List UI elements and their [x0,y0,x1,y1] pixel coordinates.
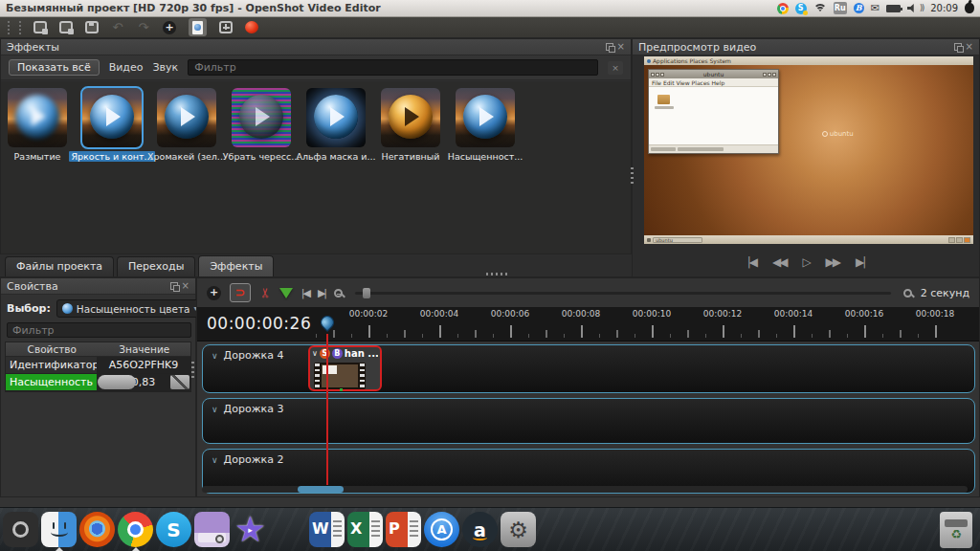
zoom-out-icon[interactable] [334,289,343,298]
excel-dock-icon[interactable]: X [347,512,383,547]
new-project-icon[interactable] [33,21,47,33]
value-slider[interactable] [98,375,136,389]
timeline-ruler[interactable]: 00:00:00:26 00:00:0200:00:0400:00:0600:0… [197,307,979,342]
photos-dock-icon[interactable] [194,512,230,547]
razor-tool-button[interactable]: ✂ [257,287,273,298]
settings-dock-icon[interactable]: ⚙ [501,512,536,547]
track-4[interactable]: ∨Дорожка 4∨SBhan ... [202,344,975,393]
float-panel-icon[interactable] [954,43,962,51]
timeline-zoom-slider[interactable] [355,292,891,295]
volume-icon[interactable] [907,4,918,12]
splitter-handle[interactable] [631,167,634,187]
effect-deinterlace[interactable]: Убрать чересс... [231,88,292,247]
fast-forward-button[interactable]: ▶▶ [826,254,839,270]
track-label: ∨Дорожка 4 [212,349,283,362]
firefox-dock-icon[interactable] [79,512,115,547]
table-row[interactable]: Идентификатор A56O2PFHK9 [6,357,190,374]
effect-blur[interactable]: Размытие [7,88,68,247]
ubuntu-dock-icon[interactable] [3,512,38,547]
apple-menu-icon[interactable] [965,3,974,13]
timeline-clip[interactable]: ∨SBhan ... [308,345,382,391]
properties-filter-input[interactable] [7,322,191,338]
tab-Файлы проекта[interactable]: Файлы проекта [5,256,114,276]
track-3[interactable]: ∨Дорожка 3 [202,398,975,444]
preview-desktop-taskbar: ubuntu [644,235,973,244]
effects-filter-input[interactable] [188,59,598,76]
amazon-dock-icon[interactable]: a [462,512,498,547]
skype-dock-icon[interactable]: S [156,512,191,547]
zoom-slider-handle[interactable] [363,288,370,298]
clear-filter-icon[interactable]: × [608,61,623,75]
app-store-dock-icon[interactable]: A [424,512,459,547]
previous-marker-button[interactable]: |◀ [301,287,309,299]
redo-icon[interactable]: ↷ [137,19,150,36]
powerpoint-dock-icon[interactable]: P [386,512,421,547]
open-project-icon[interactable] [59,21,73,33]
add-marker-button[interactable] [279,288,293,298]
effect-alpha[interactable]: Альфа маска и... [305,88,367,247]
word-dock-icon[interactable]: W [309,512,345,547]
snapping-toggle-button[interactable]: ⊃ [230,283,251,302]
jump-to-end-button[interactable]: ▶| [856,254,864,270]
export-video-icon[interactable] [189,18,207,36]
rewind-button[interactable]: ◀◀ [772,254,786,270]
jump-to-start-button[interactable]: |◀ [747,254,756,270]
keyboard-layout-indicator[interactable]: Ru [834,2,847,14]
chevron-down-icon[interactable]: ∨ [312,349,318,358]
add-track-button[interactable]: + [207,286,221,300]
splitter-handle[interactable] [486,273,507,276]
effect-thumbnail [157,88,216,147]
eagle-browser-dock-icon[interactable] [271,512,306,547]
scrollbar-thumb[interactable] [298,486,344,493]
selection-dropdown[interactable]: Насыщенность цвета ▾ [56,299,204,318]
effect-brightness[interactable]: Яркость и конт... [81,88,143,247]
trash-icon[interactable]: ♻ [940,512,972,548]
tab-Переходы[interactable]: Переходы [117,256,195,276]
tab-Эффекты[interactable]: Эффекты [198,255,274,276]
effect-thumbnail [232,88,291,147]
float-panel-icon[interactable] [606,43,613,51]
skype-tray-icon[interactable]: S [795,3,807,14]
finder-dock-icon[interactable] [41,512,77,547]
wifi-icon[interactable] [813,4,827,13]
undo-icon[interactable]: ↶ [111,19,124,36]
chevron-down-icon[interactable]: ∨ [212,405,218,414]
clip-title: han ... [345,348,378,359]
effect-chroma[interactable]: Хромакей (зел... [156,88,217,247]
keyframe-button[interactable] [170,375,189,389]
float-panel-icon[interactable] [170,282,178,290]
record-icon[interactable] [245,21,258,33]
save-project-icon[interactable] [85,21,99,33]
bluetooth-icon[interactable]: B [854,3,864,13]
effect-badge-B[interactable]: B [332,348,343,359]
import-files-icon[interactable]: + [163,21,176,34]
table-row[interactable]: Насыщенность 0,83 [6,374,190,391]
effect-negative[interactable]: Негативный [380,88,441,247]
chrome-dock-icon[interactable] [118,512,153,547]
chrome-tray-icon[interactable] [777,3,789,14]
imovie-dock-icon[interactable]: ★▸ [233,512,268,547]
chevron-down-icon[interactable]: ∨ [212,351,218,361]
effect-badge-S[interactable]: S [320,348,330,359]
zoom-in-icon[interactable] [903,289,912,298]
close-panel-icon[interactable]: × [182,281,189,291]
close-panel-icon[interactable]: × [966,42,973,52]
video-filter-button[interactable]: Видео [109,61,144,74]
play-button[interactable]: ▷ [802,254,809,270]
chevron-down-icon[interactable]: ∨ [212,455,218,465]
splitter-handle[interactable] [191,362,194,381]
close-panel-icon[interactable]: × [617,42,625,52]
video-preview-panel: Предпросмотр видео × Applications Places… [632,38,980,277]
timeline-scrollbar[interactable] [202,486,968,493]
effect-saturation[interactable]: Насыщенност... [455,88,516,247]
mail-icon[interactable]: ✉ [871,3,880,13]
ruler-timestamp: 00:00:16 [845,309,883,319]
show-all-button[interactable]: Показать всё [9,59,100,76]
next-marker-button[interactable]: ▶| [318,287,325,299]
battery-icon[interactable] [886,5,901,12]
ruler-tick [829,330,831,338]
clock[interactable]: 20:09 [930,3,958,13]
choose-profile-icon[interactable] [219,21,233,33]
menubar: Безымянный проект [HD 720p 30 fps] - Ope… [0,0,980,17]
audio-filter-button[interactable]: Звук [152,61,178,74]
